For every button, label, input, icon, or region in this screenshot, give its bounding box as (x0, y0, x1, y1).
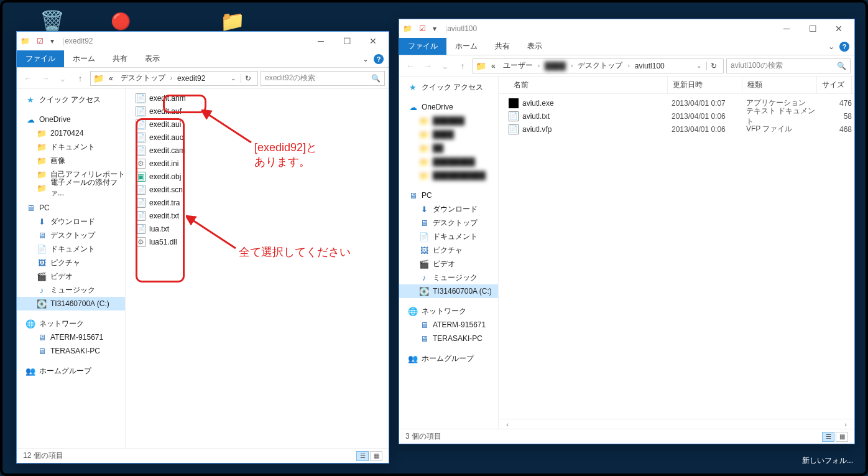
breadcrumb-item[interactable]: ユーザー (501, 60, 535, 71)
nav-item[interactable]: 📁電子メールの添付ファ... (17, 181, 125, 195)
view-details-button[interactable]: ☰ (356, 451, 369, 461)
minimize-button[interactable]: ─ (773, 20, 800, 37)
nav-homegroup[interactable]: 👥ホームグループ (17, 364, 125, 378)
nav-item[interactable]: 🖥TERASAKI-PC (17, 344, 125, 358)
nav-item-drive[interactable]: 💽TI31460700A (C:) (17, 297, 125, 310)
nav-pane[interactable]: ★クイック アクセス ☁OneDrive 📁██████ 📁████ 📁██ 📁… (399, 77, 499, 429)
tab-share[interactable]: 共有 (486, 38, 519, 55)
nav-item[interactable]: 📁20170424 (17, 126, 125, 140)
col-name[interactable]: 名前 (509, 77, 668, 93)
ribbon-expand-icon[interactable]: ⌄ (362, 55, 369, 63)
breadcrumb-overflow[interactable]: « (489, 62, 498, 70)
desktop-icon[interactable]: 📁 (220, 9, 245, 34)
search-input[interactable]: exedit92の検索 🔍 (261, 71, 385, 86)
breadcrumb-item[interactable]: aviutl100 (632, 62, 667, 70)
nav-item[interactable]: 📁██████ (399, 114, 498, 128)
nav-item[interactable]: 📄ドキュメント (17, 242, 125, 256)
file-item[interactable]: 📄exedit.tra (126, 196, 389, 209)
refresh-button[interactable]: ↻ (706, 62, 721, 70)
nav-onedrive[interactable]: ☁OneDrive (399, 100, 498, 114)
tab-home[interactable]: ホーム (64, 50, 104, 67)
up-button[interactable]: ↑ (73, 71, 88, 86)
nav-item[interactable]: 📁██ (399, 141, 498, 155)
recent-button[interactable]: ⌄ (438, 58, 453, 73)
breadcrumb-item[interactable]: デスクトップ (575, 60, 625, 71)
tab-file[interactable]: ファイル (17, 50, 64, 67)
nav-item[interactable]: 🖥ATERM-915671 (399, 318, 498, 332)
breadcrumb-item[interactable]: デスクトップ (118, 73, 168, 83)
maximize-button[interactable]: ☐ (334, 32, 360, 50)
desktop-icon[interactable]: 🔴 (108, 9, 133, 34)
file-item[interactable]: 📄exedit.auo (126, 131, 389, 144)
file-item[interactable]: 📄exedit.auf (126, 105, 389, 118)
desktop-icon[interactable]: 🗑️ (40, 9, 65, 34)
file-item[interactable]: 📄 aviutl.vfp 2013/04/01 0:06 VFP ファイル 46… (499, 123, 854, 136)
titlebar[interactable]: 📁 ☑ ▾ | exedit92 ─ ☐ ✕ (17, 32, 389, 50)
nav-item[interactable]: 📁████ (399, 128, 498, 141)
help-icon[interactable]: ? (374, 54, 384, 64)
file-item[interactable]: ▣exedit.obj (126, 170, 389, 183)
nav-item-drive[interactable]: 💽TI31460700A (C:) (399, 284, 498, 298)
nav-quick-access[interactable]: ★クイック アクセス (399, 80, 498, 94)
nav-item[interactable]: 📁ドキュメント (17, 140, 125, 154)
nav-pc[interactable]: 🖥PC (399, 189, 498, 202)
nav-item[interactable]: 📄ドキュメント (399, 230, 498, 243)
file-item[interactable]: 📄exedit.aui (126, 118, 389, 131)
breadcrumb-overflow[interactable]: « (106, 74, 116, 83)
nav-network[interactable]: 🌐ネットワーク (399, 304, 498, 318)
qat-button[interactable]: ☑ (34, 35, 45, 47)
file-list[interactable]: 📄exedit.anm 📄exedit.auf 📄exedit.aui 📄exe… (126, 89, 389, 448)
recent-button[interactable]: ⌄ (55, 71, 70, 86)
qat-button[interactable]: ▾ (47, 35, 58, 47)
nav-homegroup[interactable]: 👥ホームグループ (399, 352, 498, 365)
ribbon-expand-icon[interactable]: ⌄ (828, 42, 834, 51)
nav-item[interactable]: 🖥ATERM-915671 (17, 330, 125, 344)
nav-item[interactable]: 🖥TERASAKI-PC (399, 332, 498, 345)
tab-view[interactable]: 表示 (519, 38, 551, 55)
close-button[interactable]: ✕ (360, 32, 386, 50)
breadcrumb-item[interactable]: ████ (542, 62, 568, 70)
file-item[interactable]: 📄lua.txt (126, 222, 389, 235)
tab-share[interactable]: 共有 (104, 50, 136, 67)
tab-file[interactable]: ファイル (399, 38, 446, 55)
column-headers[interactable]: 名前 更新日時 種類 サイズ (499, 77, 854, 94)
view-icons-button[interactable]: ▦ (370, 451, 382, 461)
h-scrollbar[interactable]: ‹› (499, 419, 854, 429)
nav-quick-access[interactable]: ★クイック アクセス (17, 93, 125, 106)
view-icons-button[interactable]: ▦ (836, 432, 848, 442)
nav-item[interactable]: 📁██████████ (399, 169, 498, 182)
nav-item[interactable]: 🖥デスクトップ (399, 216, 498, 230)
file-item[interactable]: 📄exedit.anm (126, 91, 389, 105)
nav-network[interactable]: 🌐ネットワーク (17, 317, 125, 330)
tab-view[interactable]: 表示 (136, 50, 169, 67)
nav-item[interactable]: 🖥デスクトップ (17, 228, 125, 242)
qat-button[interactable]: ☑ (417, 23, 428, 34)
nav-item[interactable]: 📁画像 (17, 154, 125, 167)
nav-onedrive[interactable]: ☁OneDrive (17, 113, 125, 126)
nav-pane[interactable]: ★クイック アクセス ☁OneDrive 📁20170424 📁ドキュメント 📁… (17, 89, 126, 448)
address-bar[interactable]: 📁 « デスクトップ › exedit92 ⌄ ↻ (90, 71, 258, 86)
file-item[interactable]: 📄exedit.scn (126, 183, 389, 196)
nav-item[interactable]: ♪ミュージック (399, 271, 498, 284)
col-type[interactable]: 種類 (742, 77, 817, 93)
nav-item[interactable]: ♪ミュージック (17, 283, 125, 297)
help-icon[interactable]: ? (839, 42, 849, 52)
nav-item[interactable]: 🎬ビデオ (399, 257, 498, 271)
forward-button[interactable]: → (38, 71, 53, 86)
file-item[interactable]: ⚙lua51.dll (126, 235, 389, 248)
file-item[interactable]: 📄exedit.cam (126, 144, 389, 157)
up-button[interactable]: ↑ (455, 58, 470, 73)
nav-item[interactable]: 🖼ピクチャ (399, 243, 498, 257)
file-item[interactable]: 📄exedit.txt (126, 209, 389, 222)
col-date[interactable]: 更新日時 (668, 77, 742, 93)
nav-item[interactable]: ⬇ダウンロード (399, 202, 498, 216)
view-details-button[interactable]: ☰ (822, 432, 834, 442)
address-dropdown[interactable]: ⌄ (694, 62, 704, 69)
back-button[interactable]: ← (21, 71, 35, 86)
close-button[interactable]: ✕ (826, 20, 852, 37)
address-bar[interactable]: 📁 « ユーザー › ████ › デスクトップ › aviutl100 ⌄ ↻ (473, 58, 724, 73)
address-dropdown[interactable]: ⌄ (228, 75, 238, 82)
tab-home[interactable]: ホーム (446, 38, 486, 55)
maximize-button[interactable]: ☐ (800, 20, 826, 37)
file-item[interactable]: 📄 aviutl.txt 2013/04/01 0:06 テキスト ドキュメント… (499, 110, 854, 123)
